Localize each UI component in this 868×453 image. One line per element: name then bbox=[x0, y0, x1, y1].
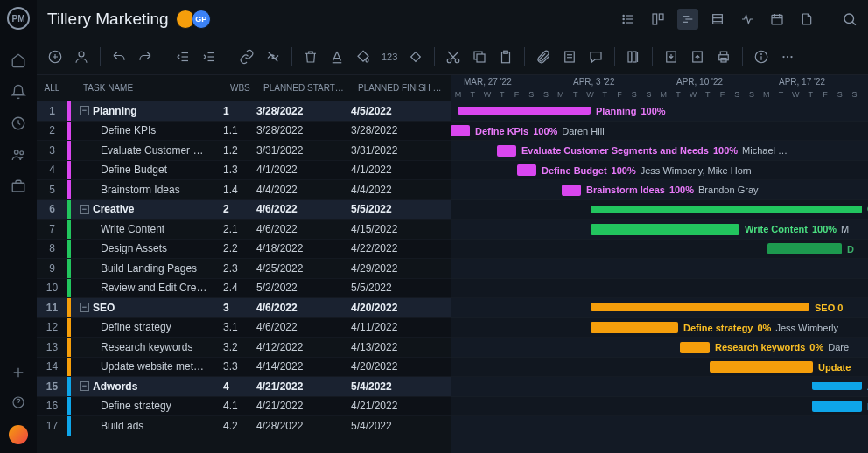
print-icon[interactable] bbox=[716, 49, 732, 65]
gantt-row[interactable]: Define KPIs100%Daren Hill bbox=[451, 122, 868, 142]
notes-icon[interactable] bbox=[562, 49, 578, 65]
activity-icon[interactable] bbox=[737, 9, 758, 30]
finish-cell[interactable]: 4/22/2022 bbox=[346, 242, 444, 254]
gantt-row[interactable] bbox=[451, 259, 868, 279]
comment-icon[interactable] bbox=[588, 49, 604, 65]
task-row[interactable]: 1−Planning13/28/20224/5/2022 bbox=[37, 101, 451, 122]
finish-cell[interactable]: 5/5/2022 bbox=[346, 282, 444, 294]
columns-icon[interactable] bbox=[626, 49, 641, 65]
start-cell[interactable]: 4/21/2022 bbox=[251, 400, 346, 412]
start-cell[interactable]: 4/21/2022 bbox=[251, 380, 346, 393]
start-cell[interactable]: 4/18/2022 bbox=[251, 242, 346, 254]
start-cell[interactable]: 4/4/2022 bbox=[251, 184, 346, 196]
task-name-cell[interactable]: Update website met… bbox=[71, 360, 218, 373]
attach-icon[interactable] bbox=[536, 49, 551, 65]
member-avatars[interactable]: GP bbox=[179, 10, 211, 29]
fill-icon[interactable] bbox=[355, 49, 371, 65]
gantt-row[interactable]: D bbox=[451, 240, 868, 260]
gantt-bar[interactable]: Adwords bbox=[812, 382, 862, 390]
gantt-row[interactable]: Update bbox=[451, 358, 868, 378]
gantt-row[interactable]: Define strategy bbox=[451, 397, 868, 417]
task-row[interactable]: 7Write Content2.14/6/20224/15/2022 bbox=[37, 220, 451, 240]
task-row[interactable]: 15−Adwords44/21/20225/4/2022 bbox=[37, 377, 451, 397]
task-name-cell[interactable]: −Adwords bbox=[71, 380, 218, 393]
col-all[interactable]: ALL bbox=[37, 83, 67, 93]
app-logo[interactable]: PM bbox=[7, 7, 30, 30]
task-row[interactable]: 5Brainstorm Ideas1.44/4/20224/4/2022 bbox=[37, 180, 451, 200]
gantt-bar[interactable]: Define KPIs100%Daren Hill bbox=[451, 125, 470, 136]
start-cell[interactable]: 3/28/2022 bbox=[251, 124, 346, 136]
cut-icon[interactable] bbox=[445, 49, 461, 65]
gantt-bar[interactable]: Define Budget100%Jess Wimberly, Mike Hor… bbox=[517, 164, 536, 176]
finish-cell[interactable]: 4/13/2022 bbox=[346, 341, 444, 353]
task-row[interactable]: 10Review and Edit Cre…2.45/2/20225/5/202… bbox=[37, 279, 451, 299]
task-name-cell[interactable]: Design Assets bbox=[71, 242, 218, 254]
task-row[interactable]: 6−Creative24/6/20225/5/2022 bbox=[37, 200, 451, 220]
gantt-bar[interactable]: Update bbox=[710, 361, 813, 373]
task-row[interactable]: 12Define strategy3.14/6/20224/11/2022 bbox=[37, 318, 451, 338]
import-icon[interactable] bbox=[663, 49, 679, 65]
add-task-icon[interactable] bbox=[47, 49, 63, 65]
gantt-bar[interactable]: Evaluate Customer Segments and Needs100%… bbox=[497, 145, 516, 157]
task-name-cell[interactable]: Research keywords bbox=[71, 341, 218, 353]
task-row[interactable]: 8Design Assets2.24/18/20224/22/2022 bbox=[37, 240, 451, 260]
sheet-view-icon[interactable] bbox=[707, 9, 728, 30]
collapse-icon[interactable]: − bbox=[80, 106, 89, 115]
more-icon[interactable] bbox=[780, 49, 795, 65]
gantt-bar[interactable]: Creative100% bbox=[591, 206, 862, 213]
start-cell[interactable]: 4/14/2022 bbox=[251, 360, 346, 373]
task-name-cell[interactable]: Build ads bbox=[71, 420, 218, 432]
unlink-icon[interactable] bbox=[265, 49, 281, 65]
finish-cell[interactable]: 4/11/2022 bbox=[346, 321, 444, 333]
task-name-cell[interactable]: Define strategy bbox=[71, 400, 218, 412]
gantt-row[interactable]: Define strategy0%Jess Wimberly bbox=[451, 318, 868, 338]
gantt-bar[interactable]: D bbox=[767, 243, 842, 254]
team-icon[interactable] bbox=[10, 147, 26, 163]
gantt-row[interactable]: Write Content100%M bbox=[451, 220, 868, 240]
gantt-bar[interactable]: Define strategy0%Jess Wimberly bbox=[591, 322, 678, 333]
gantt-row[interactable]: Creative100% bbox=[451, 200, 868, 220]
assign-icon[interactable] bbox=[74, 49, 89, 65]
col-wbs[interactable]: WBS bbox=[225, 83, 258, 93]
start-cell[interactable]: 4/28/2022 bbox=[251, 420, 346, 432]
task-row[interactable]: 3Evaluate Customer …1.23/31/20223/31/202… bbox=[37, 141, 451, 161]
finish-cell[interactable]: 4/29/2022 bbox=[346, 262, 444, 275]
gantt-bar[interactable]: Brainstorm Ideas100%Brandon Gray bbox=[562, 185, 581, 196]
redo-icon[interactable] bbox=[137, 49, 153, 65]
finish-cell[interactable]: 4/21/2022 bbox=[346, 400, 444, 412]
gantt-bar[interactable]: Define strategy bbox=[812, 401, 862, 412]
help-icon[interactable] bbox=[11, 395, 25, 409]
task-row[interactable]: 4Define Budget1.34/1/20224/1/2022 bbox=[37, 161, 451, 181]
start-cell[interactable]: 3/28/2022 bbox=[251, 105, 346, 117]
indent-icon[interactable] bbox=[201, 49, 217, 65]
gantt-row[interactable]: Adwords bbox=[451, 377, 868, 397]
bell-icon[interactable] bbox=[10, 84, 26, 100]
finish-cell[interactable]: 5/4/2022 bbox=[346, 380, 444, 393]
gantt-row[interactable]: Evaluate Customer Segments and Needs100%… bbox=[451, 141, 868, 161]
copy-icon[interactable] bbox=[472, 49, 487, 65]
task-name-cell[interactable]: Define strategy bbox=[71, 321, 218, 333]
export-icon[interactable] bbox=[690, 49, 705, 65]
task-name-cell[interactable]: Evaluate Customer … bbox=[71, 144, 218, 157]
start-cell[interactable]: 5/2/2022 bbox=[251, 282, 346, 294]
gantt-row[interactable] bbox=[451, 279, 868, 299]
task-row[interactable]: 9Build Landing Pages2.34/25/20224/29/202… bbox=[37, 259, 451, 279]
task-name-cell[interactable]: Brainstorm Ideas bbox=[71, 184, 218, 196]
gantt-row[interactable]: Research keywords0%Dare bbox=[451, 338, 868, 358]
start-cell[interactable]: 4/25/2022 bbox=[251, 262, 346, 275]
calendar-icon[interactable] bbox=[766, 9, 788, 30]
finish-cell[interactable]: 4/15/2022 bbox=[346, 223, 444, 235]
collapse-icon[interactable]: − bbox=[80, 381, 89, 391]
undo-icon[interactable] bbox=[111, 49, 127, 65]
milestone-icon[interactable] bbox=[408, 49, 424, 65]
file-icon[interactable] bbox=[796, 9, 817, 30]
task-name-cell[interactable]: Define Budget bbox=[71, 164, 218, 176]
task-row[interactable]: 16Define strategy4.14/21/20224/21/2022 bbox=[37, 397, 451, 417]
gantt-bar[interactable]: Research keywords0%Dare bbox=[680, 342, 710, 353]
start-cell[interactable]: 4/12/2022 bbox=[251, 341, 346, 353]
finish-cell[interactable]: 5/5/2022 bbox=[346, 203, 444, 215]
trash-icon[interactable] bbox=[303, 49, 318, 65]
plus-icon[interactable] bbox=[11, 366, 25, 380]
briefcase-icon[interactable] bbox=[10, 178, 26, 194]
gantt-row[interactable]: SEO 0 bbox=[451, 298, 868, 318]
